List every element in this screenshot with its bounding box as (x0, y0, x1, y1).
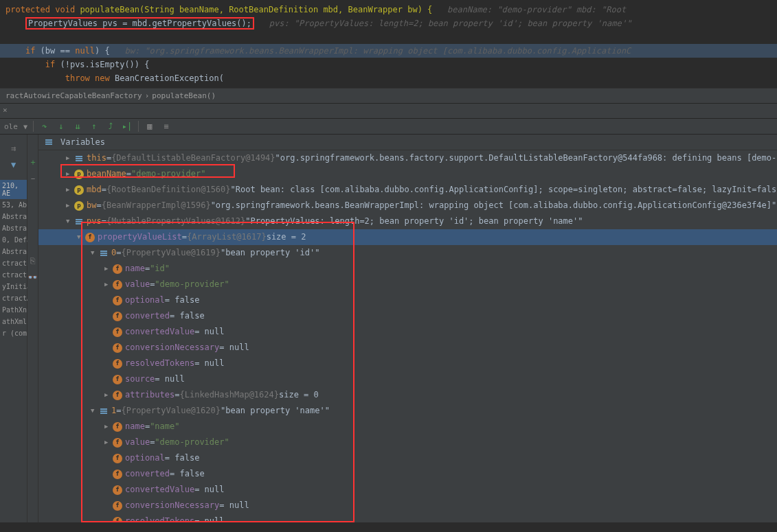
var-value[interactable]: ▶fvalue = "demo-provider" (38, 277, 777, 292)
var-mbd[interactable]: ▶pmbd = {RootBeanDefinition@1560} "Root … (38, 182, 777, 198)
stack-frame[interactable]: ctractAr (0, 292, 27, 304)
code-line[interactable]: PropertyValues pvs = mbd.getPropertyValu… (0, 16, 777, 30)
code-line-current[interactable]: if (bw == null) { bw: "org.springframewo… (0, 44, 777, 58)
code-line[interactable]: protected void populateBean(String beanN… (0, 3, 777, 16)
var-conversionNecessary[interactable]: fconversionNecessary = null (38, 340, 777, 356)
drop-frame-icon[interactable]: ⤴ (105, 121, 116, 132)
breadcrumb[interactable]: ractAutowireCapableBeanFactory›populateB… (0, 88, 777, 103)
code-line[interactable]: throw new BeanCreationException( (0, 71, 777, 85)
watches-icon[interactable]: 👓 (27, 269, 38, 286)
code-editor[interactable]: protected void populateBean(String beanN… (0, 0, 777, 88)
chevron-down-icon[interactable]: ▼ (23, 123, 27, 130)
evaluate-icon[interactable]: ▦ (144, 121, 155, 132)
step-into-icon[interactable]: ↓ (56, 121, 67, 132)
stack-frame[interactable]: Abstrac (0, 211, 27, 222)
var-name[interactable]: ▶fname = "id" (38, 261, 777, 277)
var-value[interactable]: ▶fvalue = "demo-provider" (38, 435, 777, 450)
copy-icon[interactable]: ⎘ (27, 253, 38, 269)
code-line[interactable] (0, 30, 777, 44)
var-this[interactable]: ▶this = {DefaultListableBeanFactory@1494… (38, 150, 777, 166)
trace-icon[interactable]: ≡ (161, 121, 172, 132)
stack-frame[interactable]: Abstrac (0, 222, 27, 234)
var-element-0[interactable]: ▼0 = {PropertyValue@1619} "bean property… (38, 245, 777, 261)
filter-icon[interactable]: ⇉ (0, 140, 27, 157)
variables-tree[interactable]: ▶this = {DefaultListableBeanFactory@1494… (38, 150, 777, 522)
stack-frame[interactable]: yInitial (0, 281, 27, 292)
expand-icon[interactable]: ▶ (66, 167, 74, 181)
stack-frame[interactable]: Abstrac (0, 246, 27, 257)
step-over-icon[interactable]: ↷ (39, 121, 50, 132)
collapse-icon[interactable]: ▼ (66, 215, 74, 228)
funnel-icon[interactable]: ▼ (0, 157, 27, 173)
collapse-icon[interactable]: ▼ (91, 404, 99, 417)
debug-toolbar: ole ▼ ↷ ↓ ⇊ ↑ ⤴ ▸| ▦ ≡ (0, 118, 777, 135)
collapse-icon[interactable]: ▼ (91, 246, 99, 259)
force-step-into-icon[interactable]: ⇊ (72, 121, 83, 132)
step-out-icon[interactable]: ↑ (89, 121, 100, 132)
var-convertedValue[interactable]: fconvertedValue = null (38, 324, 777, 340)
expand-icon[interactable]: ▶ (104, 436, 113, 449)
run-to-cursor-icon[interactable]: ▸| (122, 121, 133, 132)
var-resolvedTokens[interactable]: fresolvedTokens = null (38, 356, 777, 371)
expand-icon[interactable]: ▶ (104, 389, 113, 402)
stack-frame[interactable]: ctractE (0, 257, 27, 269)
var-attributes[interactable]: ▶fattributes = {LinkedHashMap@1624} size… (38, 387, 777, 403)
collapse-icon[interactable]: ▼ (77, 231, 85, 244)
stack-frame[interactable]: 0, Defa (0, 234, 27, 246)
expand-icon[interactable]: ▶ (66, 183, 74, 196)
var-converted[interactable]: fconverted = false (38, 308, 777, 324)
var-bw[interactable]: ▶pbw = {BeanWrapperImpl@1596} "org.sprin… (38, 198, 777, 213)
expand-icon[interactable]: ▶ (66, 199, 74, 212)
var-resolvedTokens[interactable]: fresolvedTokens = null (38, 513, 777, 522)
var-name[interactable]: ▶fname = "name" (38, 419, 777, 435)
expand-icon[interactable]: ▶ (104, 262, 113, 275)
stack-frame[interactable]: r (com (0, 327, 27, 339)
var-propertyValueList[interactable]: ▼fpropertyValueList = {ArrayList@1617} s… (38, 229, 777, 245)
var-optional[interactable]: foptional = false (38, 292, 777, 308)
expand-icon[interactable]: ▶ (104, 278, 113, 291)
stack-frame[interactable]: ctractE (0, 269, 27, 281)
stack-frame-selected[interactable]: 210, AE (0, 180, 27, 199)
var-source[interactable]: fsource = null (38, 371, 777, 387)
stack-frame[interactable]: PathXn (0, 304, 27, 316)
expand-icon[interactable]: ▶ (104, 420, 113, 433)
stack-frame[interactable]: 53, Abs (0, 199, 27, 211)
var-beanName[interactable]: ▶pbeanName = "demo-provider" (38, 166, 777, 182)
var-pvs[interactable]: ▼pvs = {MutablePropertyValues@1612} "Pro… (38, 213, 777, 229)
left-gutter: ⇉ ▼ 210, AE 53, Abs Abstrac Abstrac 0, D… (0, 135, 27, 522)
add-watch-icon[interactable]: ＋ (27, 154, 38, 170)
var-convertedValue[interactable]: fconvertedValue = null (38, 482, 777, 498)
remove-watch-icon[interactable]: － (27, 170, 38, 187)
code-line[interactable]: if (!pvs.isEmpty()) { (0, 58, 777, 71)
var-optional[interactable]: foptional = false (38, 450, 777, 466)
stack-frame[interactable]: athXml (0, 316, 27, 327)
expand-icon[interactable]: ▶ (66, 152, 74, 165)
var-conversionNecessary[interactable]: fconversionNecessary = null (38, 498, 777, 513)
variables-header: Variables (38, 135, 777, 150)
var-converted[interactable]: fconverted = false (38, 466, 777, 482)
var-element-1[interactable]: ▼1 = {PropertyValue@1620} "bean property… (38, 403, 777, 419)
